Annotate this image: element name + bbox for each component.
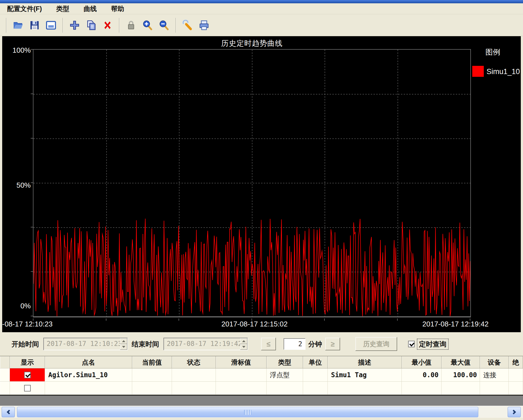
row-selector[interactable] [0,368,10,382]
triangle-down-icon [242,346,245,348]
min-cell [402,382,442,395]
display-cell [10,368,45,382]
save-icon[interactable] [29,19,41,31]
col-header-unit[interactable]: 单位 [303,356,328,368]
toolbar-separator [6,18,7,33]
max-cell: 100.00 [442,368,480,382]
interval-input[interactable]: 2 [284,338,306,350]
spin-up-button [120,338,127,344]
chevron-right-icon [511,410,516,415]
print-icon[interactable] [198,19,210,31]
status-cell [172,368,216,382]
current-value-cell [132,368,172,382]
col-header-device[interactable]: 设备 [480,356,509,368]
spin-down-button [240,344,247,350]
col-header-desc[interactable]: 描述 [328,356,402,368]
zoom-out-icon[interactable] [158,19,170,31]
cursor-value-cell [216,382,267,395]
start-time-value: 2017-08-17 12:10:23 [44,338,120,350]
menu-config-file[interactable]: 配置文件(F) [4,4,45,14]
tagname-cell[interactable]: Agilor.Simu1_10 [45,368,132,382]
col-header-type[interactable]: 类型 [267,356,303,368]
spin-up-button [240,338,247,344]
x-axis-label-start: -08-17 12:10:23 [2,320,53,328]
col-header-cursor[interactable]: 滑标值 [216,356,267,368]
x-axis-tick [251,318,252,321]
col-header-abs[interactable]: 绝 [509,356,523,368]
menu-help[interactable]: 帮助 [108,4,128,14]
menu-type[interactable]: 类型 [53,4,73,14]
display-cell [10,382,45,395]
empty-table-region [0,396,523,406]
tagname-cell[interactable] [45,382,132,395]
scroll-right-button[interactable] [508,407,521,417]
y-axis-tick [31,138,33,139]
scroll-left-button[interactable] [2,407,15,417]
device-cell: 连接 [480,368,509,382]
menu-curve[interactable]: 曲线 [80,4,100,14]
lock-icon[interactable] [125,19,137,31]
triangle-up-icon [122,340,125,342]
x-axis-label-end: 2017-08-17 12:19:42 [422,320,488,328]
start-time-label: 开始时间 [12,340,39,349]
step-forward-button: ≥ [325,338,340,350]
menubar: 配置文件(F) 类型 曲线 帮助 [0,3,523,14]
type-cell: 浮点型 [267,368,303,382]
legend-color-swatch [472,66,484,77]
start-time-spinner [120,338,127,350]
x-axis-tick [470,318,470,321]
delete-curve-icon[interactable] [101,19,114,31]
col-header-display[interactable]: 显示 [10,356,45,368]
spin-down-button [120,344,127,350]
x-axis-label-middle: 2017-08-17 12:15:02 [183,320,326,328]
triangle-up-icon [242,340,245,342]
y-axis-tick-100: 100% [7,46,31,55]
current-value-cell [132,382,172,395]
zoom-in-icon[interactable] [142,19,154,31]
save-image-icon[interactable] [45,19,57,31]
y-axis-tick [31,316,33,316]
y-axis-tick-0: 0% [7,302,31,310]
col-header-current[interactable]: 当前值 [132,356,172,368]
step-back-button: ≤ [261,338,276,350]
col-header-min[interactable]: 最小值 [402,356,442,368]
add-curve-icon[interactable] [69,19,81,31]
y-axis-tick [31,182,33,183]
x-axis-tick [324,318,325,321]
timed-query-label[interactable]: 定时查询 [417,339,449,350]
settings-wrench-icon[interactable] [182,19,194,31]
y-axis-tick [31,271,33,272]
copy-curve-icon[interactable] [85,19,97,31]
trend-plot[interactable] [33,49,471,317]
end-time-spinner [240,338,247,350]
toolbar-separator [63,18,63,33]
interval-unit-label: 分钟 [308,340,322,349]
history-query-button: 历史查询 [355,337,397,351]
desc-cell [328,382,402,395]
trend-canvas[interactable] [33,50,470,316]
row-selector[interactable] [0,382,10,395]
toolbar-separator [119,18,120,33]
display-checkbox[interactable] [24,385,31,391]
y-axis-tick-50: 50% [7,181,31,190]
x-axis-tick [33,318,33,321]
unit-cell [303,382,328,395]
open-file-icon[interactable] [12,19,24,31]
end-time-label: 结束时间 [132,340,159,349]
display-checkbox[interactable] [24,372,31,378]
unit-cell [303,368,328,382]
abs-cell [509,368,523,382]
tag-table: 显示 点名 当前值 状态 滑标值 类型 单位 描述 最小值 最大值 设备 绝 A… [0,356,523,395]
legend-series-label: Simu1_10 [487,67,520,76]
timed-query-checkbox[interactable] [408,341,415,347]
chart-title: 历史定时趋势曲线 [33,38,471,48]
scrollbar-thumb[interactable] [17,407,478,417]
col-header-max[interactable]: 最大值 [442,356,480,368]
timed-query-control: 定时查询 [408,339,449,350]
col-header-tagname[interactable]: 点名 [45,356,132,368]
status-cell [172,382,216,395]
col-header-status[interactable]: 状态 [172,356,216,368]
device-cell [480,382,509,395]
horizontal-scrollbar[interactable] [0,406,523,418]
x-axis-tick [397,318,398,321]
